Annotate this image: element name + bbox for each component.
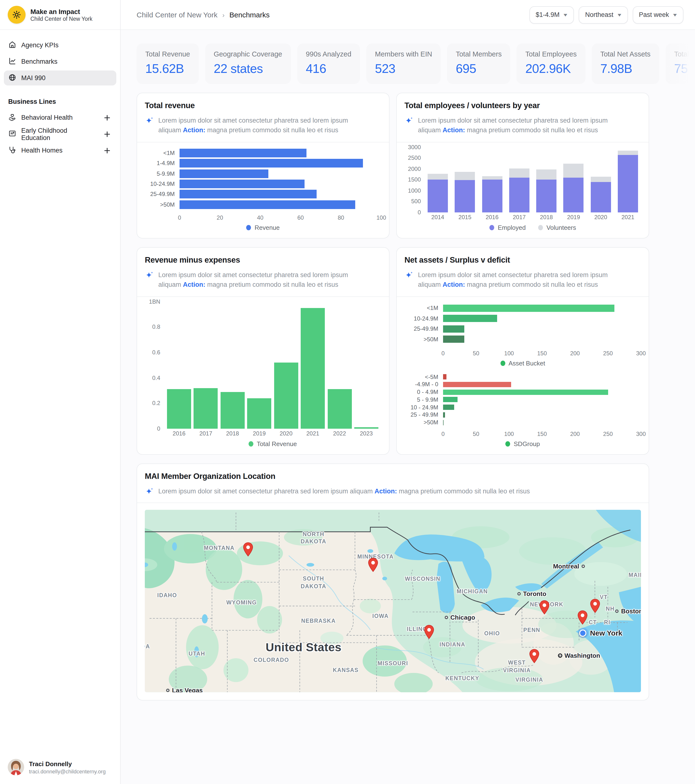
x-tick-label: 250: [603, 350, 613, 357]
bar: [180, 200, 355, 209]
certificate-icon: [8, 129, 16, 139]
revenue-filter-dropdown[interactable]: $1-4.9M ▼: [529, 6, 574, 23]
expand-plus-icon[interactable]: [102, 113, 112, 122]
x-tick-label: 2021: [618, 214, 638, 221]
bar: [180, 149, 307, 157]
bar-segment: [563, 178, 584, 212]
sidebar-item-health-homes[interactable]: Health Homes: [4, 143, 116, 158]
map-state-label: OHIO: [484, 630, 500, 638]
expand-plus-icon[interactable]: [102, 129, 112, 139]
map-state-label: IOWA: [372, 613, 389, 620]
category-label: <1M: [404, 305, 443, 311]
map-pin-icon[interactable]: [529, 649, 540, 663]
bar-row: 25-49.9M: [145, 190, 381, 198]
chevron-down-icon: ▼: [616, 12, 623, 17]
map-country-label: United States: [266, 641, 342, 654]
brand-title: Make an Impact: [30, 8, 92, 15]
sidebar-item-benchmarks[interactable]: Benchmarks: [4, 54, 116, 69]
member-map[interactable]: MONTANANORTH DAKOTASOUTH DAKOTAMINNESOTA…: [145, 510, 641, 692]
map-pin-icon[interactable]: [242, 542, 254, 557]
category-label: >50M: [404, 419, 443, 426]
kpi-row: Total Revenue 15.62B Geographic Coverage…: [137, 43, 695, 84]
sidebar-item-label: Benchmarks: [21, 58, 58, 65]
category-label: 25-49.9M: [404, 326, 443, 333]
map-pin-icon[interactable]: [423, 625, 435, 639]
map-state-label: NORTH DAKOTA: [301, 531, 326, 546]
map-pin-icon[interactable]: [577, 610, 588, 625]
bar-column: [354, 301, 379, 429]
y-tick-label: 0: [157, 425, 160, 432]
legend-dot: [506, 441, 511, 446]
card-title: Net assets / Surplus v deficit: [404, 255, 641, 265]
vbar-main: 20142015201620172018201920202021Employed…: [425, 147, 641, 232]
x-tick-label: 150: [537, 350, 547, 357]
category-label: 10 - 24.9M: [404, 404, 443, 410]
current-location-dot: [578, 628, 588, 638]
ai-insight: Lorem ipsum dolor sit amet consectetur p…: [404, 270, 641, 290]
city-name: New York: [590, 629, 623, 637]
x-tick-label: 40: [257, 214, 264, 221]
x-tick-label: 2016: [482, 214, 502, 221]
bar-segment: [194, 388, 218, 429]
bar-track: [180, 180, 381, 188]
map-state-label: WYOMING: [226, 599, 257, 606]
chart-legend: EmployedVolunteers: [425, 222, 641, 232]
bar: [443, 412, 445, 418]
x-tick-label: 2015: [455, 214, 475, 221]
bar-segment: [221, 392, 245, 429]
region-filter-dropdown[interactable]: Northeast ▼: [579, 6, 628, 23]
bar-segment: [591, 176, 611, 182]
ai-insight: Lorem ipsum dolor sit amet consectetur p…: [404, 116, 641, 135]
bar-track: [180, 159, 381, 168]
sidebar-item-early-childhood-education[interactable]: Early Childhood Education: [4, 127, 116, 142]
breadcrumb-current: Benchmarks: [229, 11, 270, 19]
charts-row-2: Revenue minus expenses Lorem ipsum dolor…: [137, 247, 649, 455]
chart-legend: Revenue: [145, 222, 381, 232]
bar-row: 5-9.9M: [145, 169, 381, 178]
legend-item: SDGroup: [506, 440, 540, 448]
bar-row: 25 - 49.9M: [404, 412, 641, 418]
bar: [180, 190, 316, 198]
bar-column: [536, 147, 557, 212]
category-label: 25-49.9M: [145, 191, 180, 198]
bar-row: <1M: [404, 305, 641, 312]
bar: [443, 420, 444, 425]
brand: Make an Impact Child Center of New York: [0, 0, 120, 30]
vbar-main: 20162017201820192020202120222023Total Re…: [164, 301, 381, 448]
sidebar-item-agency-kpis[interactable]: Agency KPIs: [4, 38, 116, 53]
sidebar-item-label: Behavioral Health: [21, 114, 97, 121]
bar-segment: [509, 168, 529, 178]
bar-row: <-5M: [404, 374, 641, 380]
city-dot-icon: [615, 609, 619, 613]
bar-column: [563, 147, 584, 212]
bar-segment: [328, 389, 352, 429]
map-state-label: VT: [599, 594, 608, 601]
x-tick-label: 100: [504, 431, 514, 437]
bar-column: [482, 147, 502, 212]
map-state-label: MICHIGAN: [456, 588, 488, 596]
bar: [443, 305, 614, 312]
x-tick-label: 2016: [167, 430, 191, 437]
bar-row: -4.9M - 0: [404, 381, 641, 388]
sparkle-icon: [145, 116, 154, 125]
vbar: 0500100015002000250030002014201520162017…: [404, 147, 641, 232]
x-axis: 050100150200250300: [443, 349, 641, 358]
breadcrumb-org[interactable]: Child Center of New York: [137, 11, 217, 19]
x-tick-label: 2017: [194, 430, 218, 437]
action-label: Action:: [443, 127, 465, 134]
bar-column: [194, 301, 218, 429]
map-pin-icon[interactable]: [539, 600, 550, 615]
bar: [443, 325, 464, 333]
user-profile[interactable]: Traci Donnelly traci.donnelly@childcente…: [8, 759, 106, 775]
sidebar-item-mai-990[interactable]: MAI 990: [4, 71, 116, 86]
map-pin-icon[interactable]: [590, 598, 601, 613]
map-pin-icon[interactable]: [367, 557, 379, 572]
x-tick-label: 2020: [591, 214, 611, 221]
x-tick-label: 2019: [563, 214, 584, 221]
time-filter-dropdown[interactable]: Past week ▼: [633, 6, 683, 23]
vbar: 00.20.40.60.81BN201620172018201920202021…: [145, 301, 381, 448]
x-tick-label: 300: [636, 350, 646, 357]
sidebar-item-behavioral-health[interactable]: Behavioral Health: [4, 110, 116, 125]
y-tick-label: 3000: [408, 143, 421, 150]
expand-plus-icon[interactable]: [102, 145, 112, 155]
